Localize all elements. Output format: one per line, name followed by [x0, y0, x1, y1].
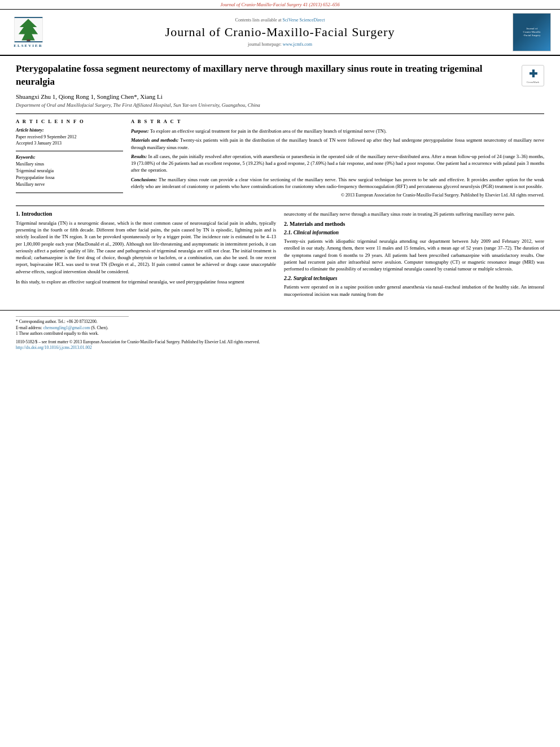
authors: Shuangxi Zhu 1, Qiong Rong 1, Songling C…	[16, 93, 544, 100]
elsevier-logo: ELSEVIER	[13, 17, 44, 48]
doi-link[interactable]: http://dx.doi.org/10.1016/j.jcms.2013.01…	[16, 345, 92, 350]
svg-rect-2	[27, 39, 30, 41]
journal-citation-bar: Journal of Cranio-Maxillo-Facial Surgery…	[0, 0, 560, 10]
corresponding-note: * Corresponding author. Tel.: +86 20 873…	[16, 319, 98, 324]
sciverse-link: Contents lists available at SciVerse Sci…	[54, 18, 506, 23]
abstract-purpose: Purpose: To explore an effective surgica…	[131, 128, 544, 134]
received-date: Paper received 9 September 2012	[16, 134, 123, 140]
svg-rect-3	[14, 17, 42, 18]
elsevier-label: ELSEVIER	[14, 43, 42, 48]
purpose-text: To explore an effective surgical treatme…	[150, 128, 387, 134]
keyword-4: Maxillary nerve	[16, 181, 123, 188]
footnote-issn: 1010-5182/$ – see front matter © 2013 Eu…	[16, 339, 544, 346]
info-divider	[16, 151, 123, 151]
body-right-col: neurectomy of the maxillary nerve throug…	[284, 211, 544, 302]
email-person: (S. Chen).	[91, 325, 108, 330]
article-info-col: A R T I C L E I N F O Article history: P…	[16, 119, 123, 199]
page-wrapper: Journal of Cranio-Maxillo-Facial Surgery…	[0, 0, 560, 747]
methods-section-title: 2. Materials and methods	[284, 221, 544, 227]
intro-para-1: Trigeminal neuralgia (TN) is a neurogeni…	[16, 220, 276, 276]
keyword-2: Trigeminal neuralgia	[16, 168, 123, 174]
abstract-header: A B S T R A C T	[131, 119, 544, 124]
journal-citation: Journal of Cranio-Maxillo-Facial Surgery…	[220, 2, 340, 7]
journal-cover-area: Journal ofCranio-Maxillo-Facial Surgery	[509, 13, 554, 51]
body-columns: 1. Introduction Trigeminal neuralgia (TN…	[16, 206, 544, 302]
body-left-col: 1. Introduction Trigeminal neuralgia (TN…	[16, 211, 276, 302]
article-history: Article history: Paper received 9 Septem…	[16, 128, 123, 146]
journal-title-area: Contents lists available at SciVerse Sci…	[54, 18, 506, 47]
email-link[interactable]: chensongling1@gmail.com	[43, 325, 90, 330]
info-abstract-columns: A R T I C L E I N F O Article history: P…	[16, 113, 544, 199]
history-label: Article history:	[16, 128, 123, 133]
purpose-label: Purpose:	[131, 128, 149, 134]
keywords-label: Keywords:	[16, 155, 123, 160]
email-label: E-mail address:	[16, 325, 42, 330]
affiliation: Department of Oral and Maxillofacial Sur…	[16, 102, 544, 108]
journal-header: ELSEVIER Contents lists available at Sci…	[0, 10, 560, 56]
intro-para-2-cont: neurectomy of the maxillary nerve throug…	[284, 211, 544, 217]
intro-para-2: In this study, to explore an effective s…	[16, 278, 276, 285]
methods-text: Twenty-six patients with pain in the dis…	[131, 137, 544, 150]
abstract-col: A B S T R A C T Purpose: To explore an e…	[131, 119, 544, 199]
abstract-methods: Materials and methods: Twenty-six patien…	[131, 137, 544, 151]
intro-section-title: 1. Introduction	[16, 211, 276, 217]
keyword-1: Maxillary sinus	[16, 161, 123, 168]
methods-sub2-title: 2.2. Surgical techniques	[284, 276, 544, 281]
sciverse-anchor[interactable]: SciVerse ScienceDirect	[283, 18, 325, 23]
footnote-divider	[16, 316, 129, 317]
conclusions-label: Conclusions:	[131, 177, 157, 182]
methods-para-2: Patients were operated on in a supine po…	[284, 283, 544, 298]
methods-para-1: Twenty-six patients with idiopathic trig…	[284, 238, 544, 273]
svg-rect-4	[14, 41, 42, 42]
journal-title: Journal of Cranio-Maxillo-Facial Surgery	[54, 25, 506, 40]
article-info-header: A R T I C L E I N F O	[16, 119, 123, 124]
footnote-doi: http://dx.doi.org/10.1016/j.jcms.2013.01…	[16, 345, 544, 351]
methods-sub1-title: 2.1. Clinical information	[284, 230, 544, 235]
conclusions-text: The maxillary sinus route can provide a …	[131, 177, 544, 189]
abstract-results: Results: In all cases, the pain initiall…	[131, 153, 544, 174]
footnote-corresponding: * Corresponding author. Tel.: +86 20 873…	[16, 319, 544, 331]
authors-text: Shuangxi Zhu 1, Qiong Rong 1, Songling C…	[16, 93, 163, 100]
methods-label: Materials and methods:	[131, 137, 178, 143]
info-divider-2	[16, 193, 123, 193]
abstract-conclusions: Conclusions: The maxillary sinus route c…	[131, 176, 544, 190]
keyword-3: Pterygopalatine fossa	[16, 174, 123, 181]
crossmark-icon: ✚	[529, 68, 537, 80]
crossmark-badge[interactable]: ✚ CrossMark	[522, 65, 544, 86]
journal-homepage: journal homepage: www.jcmfs.com	[54, 42, 506, 47]
keywords-section: Keywords: Maxillary sinus Trigeminal neu…	[16, 155, 123, 188]
results-text: In all cases, the pain initially resolve…	[131, 154, 544, 173]
article-content: Pterygopalatine fossa segment neurectomy…	[0, 56, 560, 308]
journal-cover: Journal ofCranio-Maxillo-Facial Surgery	[513, 13, 551, 51]
footnote-equal: 1 These authors contributed equally to t…	[16, 331, 544, 337]
accepted-date: Accepted 3 January 2013	[16, 140, 123, 146]
abstract-copyright: © 2013 European Association for Cranio-M…	[131, 192, 544, 198]
intro-para-2-text: In this study, to explore an effective s…	[16, 279, 244, 285]
elsevier-tree-icon	[13, 17, 44, 42]
footer: * Corresponding author. Tel.: +86 20 873…	[0, 310, 560, 353]
publisher-logo-area: ELSEVIER	[6, 17, 51, 48]
article-title: Pterygopalatine fossa segment neurectomy…	[16, 63, 516, 89]
results-label: Results:	[131, 154, 147, 159]
crossmark-label: CrossMark	[527, 81, 539, 84]
article-title-row: Pterygopalatine fossa segment neurectomy…	[16, 63, 544, 89]
